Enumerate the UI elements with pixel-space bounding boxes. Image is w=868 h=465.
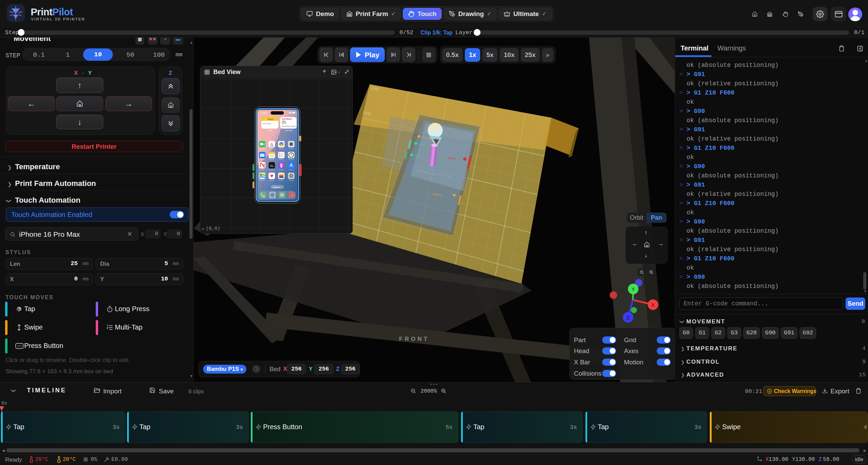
svg-text:Z: Z xyxy=(626,315,629,320)
svg-text:📁 Notes: 📁 Notes xyxy=(264,118,274,121)
svg-text:Y: Y xyxy=(631,286,635,292)
svg-text:No events today: No events today xyxy=(282,125,295,127)
svg-text:Notes: Notes xyxy=(268,129,273,131)
svg-text:?tv: ?tv xyxy=(270,164,273,168)
svg-text:Search: Search xyxy=(273,186,280,188)
svg-text:X: X xyxy=(651,302,655,308)
svg-text:No Notes: No Notes xyxy=(263,122,271,125)
svg-text:21: 21 xyxy=(282,120,286,124)
svg-text:Calendar: Calendar xyxy=(285,129,292,131)
svg-text:21: 21 xyxy=(270,144,274,147)
svg-text:10:00: 10:00 xyxy=(261,112,267,114)
